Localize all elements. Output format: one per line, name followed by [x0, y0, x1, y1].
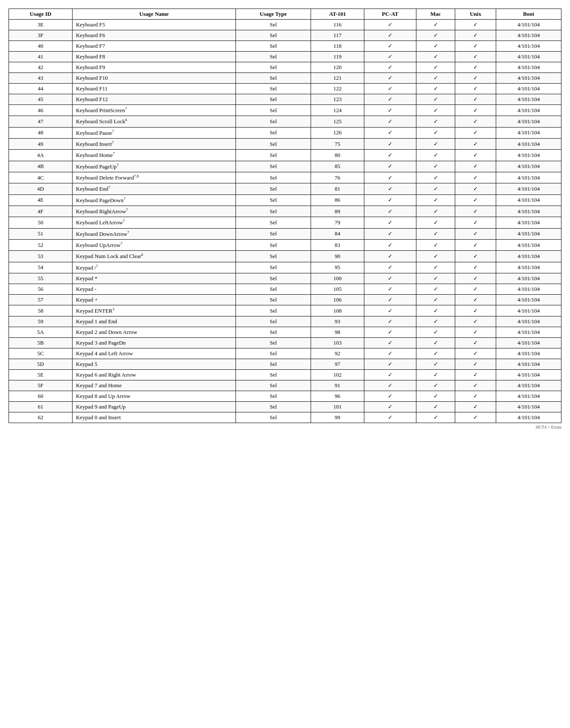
cell-usage-name: Keypad +: [72, 294, 236, 305]
cell-usage-type: Sel: [236, 327, 311, 338]
cell-at101: 83: [311, 239, 364, 250]
cell-pcat: ✓: [364, 150, 416, 161]
cell-mac: ✓: [416, 391, 455, 402]
cell-usage-id: 4B: [9, 161, 73, 172]
cell-at101: 118: [311, 41, 364, 52]
cell-usage-id: 5E: [9, 370, 73, 380]
cell-unix: ✓: [455, 338, 496, 348]
cell-pcat: ✓: [364, 228, 416, 239]
cell-usage-id: 4C: [9, 172, 73, 183]
cell-usage-id: 61: [9, 402, 73, 412]
cell-usage-id: 4D: [9, 183, 73, 194]
cell-pcat: ✓: [364, 391, 416, 402]
cell-at101: 80: [311, 150, 364, 161]
col-header-usage-type: Usage Type: [236, 9, 311, 20]
cell-mac: ✓: [416, 183, 455, 194]
cell-usage-id: 5B: [9, 338, 73, 348]
cell-unix: ✓: [455, 305, 496, 316]
cell-mac: ✓: [416, 94, 455, 105]
cell-unix: ✓: [455, 84, 496, 94]
cell-boot: 4/101/104: [496, 62, 561, 73]
cell-mac: ✓: [416, 316, 455, 327]
table-row: 4DKeyboard End7Sel81✓✓✓4/101/104: [9, 183, 561, 194]
cell-pcat: ✓: [364, 273, 416, 284]
cell-pcat: ✓: [364, 52, 416, 62]
col-header-pcat: PC-AT: [364, 9, 416, 20]
cell-at101: 108: [311, 305, 364, 316]
cell-at101: 105: [311, 284, 364, 294]
cell-usage-name: Keyboard Delete Forward7,8: [72, 172, 236, 183]
cell-usage-id: 55: [9, 273, 73, 284]
table-row: 46Keyboard PrintScreen7Sel124✓✓✓4/101/10…: [9, 105, 561, 116]
cell-pcat: ✓: [364, 41, 416, 52]
cell-at101: 91: [311, 380, 364, 391]
cell-boot: 4/101/104: [496, 20, 561, 30]
cell-at101: 93: [311, 316, 364, 327]
cell-usage-type: Sel: [236, 380, 311, 391]
table-row: 62Keypad 0 and InsertSel99✓✓✓4/101/104: [9, 412, 561, 423]
cell-pcat: ✓: [364, 294, 416, 305]
cell-usage-id: 43: [9, 73, 73, 84]
cell-boot: 4/101/104: [496, 370, 561, 380]
cell-unix: ✓: [455, 294, 496, 305]
cell-unix: ✓: [455, 52, 496, 62]
table-header-row: Usage ID Usage Name Usage Type AT-101 PC…: [9, 9, 561, 20]
cell-mac: ✓: [416, 348, 455, 359]
cell-usage-name: Keypad 7 and Home: [72, 380, 236, 391]
cell-unix: ✓: [455, 206, 496, 217]
table-row: 5AKeypad 2 and Down ArrowSel98✓✓✓4/101/1…: [9, 327, 561, 338]
cell-usage-type: Sel: [236, 228, 311, 239]
cell-usage-id: 4A: [9, 150, 73, 161]
cell-at101: 90: [311, 251, 364, 262]
cell-usage-name: Keyboard F5: [72, 20, 236, 30]
table-row: 54Keypad /7Sel95✓✓✓4/101/104: [9, 262, 561, 273]
cell-usage-type: Sel: [236, 273, 311, 284]
cell-pcat: ✓: [364, 359, 416, 370]
cell-usage-type: Sel: [236, 338, 311, 348]
cell-unix: ✓: [455, 116, 496, 127]
cell-pcat: ✓: [364, 305, 416, 316]
table-row: 4CKeyboard Delete Forward7,8Sel76✓✓✓4/10…: [9, 172, 561, 183]
cell-boot: 4/101/104: [496, 194, 561, 206]
cell-mac: ✓: [416, 84, 455, 94]
cell-mac: ✓: [416, 52, 455, 62]
cell-at101: 84: [311, 228, 364, 239]
cell-pcat: ✓: [364, 380, 416, 391]
cell-unix: ✓: [455, 183, 496, 194]
cell-usage-type: Sel: [236, 172, 311, 183]
table-row: 4EKeyboard PageDown7Sel86✓✓✓4/101/104: [9, 194, 561, 206]
table-row: 40Keyboard F7Sel118✓✓✓4/101/104: [9, 41, 561, 52]
cell-boot: 4/101/104: [496, 30, 561, 41]
cell-usage-id: 5F: [9, 380, 73, 391]
table-row: 58Keypad ENTER3Sel108✓✓✓4/101/104: [9, 305, 561, 316]
cell-usage-type: Sel: [236, 316, 311, 327]
cell-usage-type: Sel: [236, 194, 311, 206]
cell-boot: 4/101/104: [496, 402, 561, 412]
table-row: 45Keyboard F12Sel123✓✓✓4/101/104: [9, 94, 561, 105]
cell-usage-type: Sel: [236, 206, 311, 217]
cell-usage-id: 48: [9, 127, 73, 138]
col-header-boot: Boot: [496, 9, 561, 20]
cell-usage-id: 59: [9, 316, 73, 327]
cell-pcat: ✓: [364, 217, 416, 228]
cell-usage-id: 5D: [9, 359, 73, 370]
cell-usage-id: 44: [9, 84, 73, 94]
cell-mac: ✓: [416, 116, 455, 127]
cell-unix: ✓: [455, 30, 496, 41]
cell-pcat: ✓: [364, 84, 416, 94]
cell-unix: ✓: [455, 161, 496, 172]
cell-mac: ✓: [416, 380, 455, 391]
cell-at101: 117: [311, 30, 364, 41]
cell-usage-id: 5C: [9, 348, 73, 359]
cell-mac: ✓: [416, 327, 455, 338]
cell-pcat: ✓: [364, 348, 416, 359]
cell-at101: 121: [311, 73, 364, 84]
cell-usage-name: Keyboard UpArrow7: [72, 239, 236, 250]
cell-usage-name: Keyboard F8: [72, 52, 236, 62]
table-row: 51Keyboard DownArrow7Sel84✓✓✓4/101/104: [9, 228, 561, 239]
cell-at101: 124: [311, 105, 364, 116]
cell-usage-id: 62: [9, 412, 73, 423]
cell-pcat: ✓: [364, 172, 416, 183]
cell-usage-name: Keypad /7: [72, 262, 236, 273]
table-row: 44Keyboard F11Sel122✓✓✓4/101/104: [9, 84, 561, 94]
